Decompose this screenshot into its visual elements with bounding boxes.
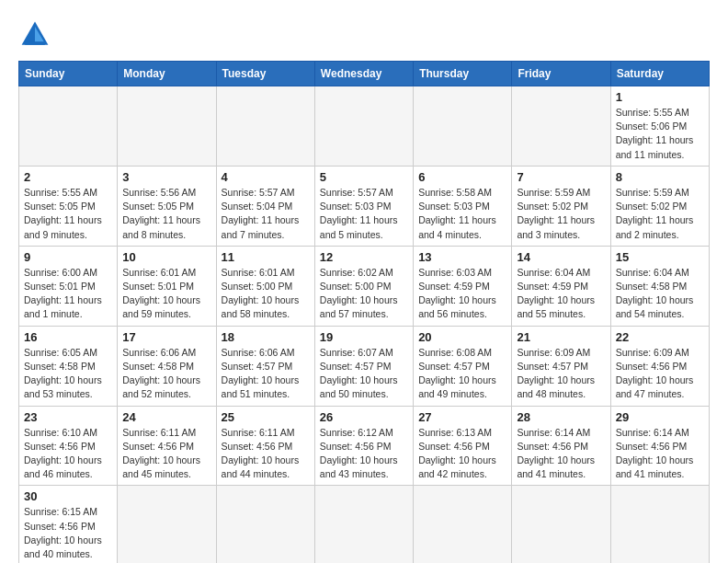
day-info: Sunrise: 5:57 AM Sunset: 5:03 PM Dayligh… xyxy=(320,186,408,242)
day-number: 20 xyxy=(418,330,506,344)
day-number: 12 xyxy=(320,250,408,264)
day-number: 4 xyxy=(222,170,310,184)
calendar-cell: 5Sunrise: 5:57 AM Sunset: 5:03 PM Daylig… xyxy=(314,166,413,246)
calendar-cell: 11Sunrise: 6:01 AM Sunset: 5:00 PM Dayli… xyxy=(216,246,314,326)
day-number: 6 xyxy=(418,170,506,184)
calendar-cell: 13Sunrise: 6:03 AM Sunset: 4:59 PM Dayli… xyxy=(414,246,512,326)
day-info: Sunrise: 6:00 AM Sunset: 5:01 PM Dayligh… xyxy=(24,266,112,322)
day-number: 11 xyxy=(222,250,310,264)
calendar-cell: 1Sunrise: 5:55 AM Sunset: 5:06 PM Daylig… xyxy=(610,86,709,167)
day-number: 5 xyxy=(320,170,408,184)
calendar-cell: 23Sunrise: 6:10 AM Sunset: 4:56 PM Dayli… xyxy=(19,406,118,486)
calendar-cell: 26Sunrise: 6:12 AM Sunset: 4:56 PM Dayli… xyxy=(314,406,413,486)
calendar-cell xyxy=(512,486,610,563)
calendar-cell: 29Sunrise: 6:14 AM Sunset: 4:56 PM Dayli… xyxy=(610,406,709,486)
calendar-cell xyxy=(118,486,216,563)
page-header xyxy=(18,18,710,52)
day-info: Sunrise: 5:56 AM Sunset: 5:05 PM Dayligh… xyxy=(122,186,210,242)
calendar-cell: 7Sunrise: 5:59 AM Sunset: 5:02 PM Daylig… xyxy=(512,166,610,246)
calendar-week-row: 30Sunrise: 6:15 AM Sunset: 4:56 PM Dayli… xyxy=(19,486,710,563)
day-info: Sunrise: 6:04 AM Sunset: 4:59 PM Dayligh… xyxy=(517,266,605,322)
calendar-body: 1Sunrise: 5:55 AM Sunset: 5:06 PM Daylig… xyxy=(19,86,710,564)
day-info: Sunrise: 6:10 AM Sunset: 4:56 PM Dayligh… xyxy=(24,426,112,482)
day-info: Sunrise: 6:12 AM Sunset: 4:56 PM Dayligh… xyxy=(320,426,408,482)
svg-rect-2 xyxy=(25,41,45,45)
day-number: 19 xyxy=(320,330,408,344)
calendar-cell xyxy=(118,86,216,167)
calendar-cell: 15Sunrise: 6:04 AM Sunset: 4:58 PM Dayli… xyxy=(610,246,709,326)
day-number: 3 xyxy=(122,170,210,184)
calendar-cell xyxy=(610,486,709,563)
day-info: Sunrise: 5:59 AM Sunset: 5:02 PM Dayligh… xyxy=(517,186,605,242)
day-info: Sunrise: 6:03 AM Sunset: 4:59 PM Dayligh… xyxy=(418,266,506,322)
calendar-cell: 21Sunrise: 6:09 AM Sunset: 4:57 PM Dayli… xyxy=(512,326,610,406)
day-info: Sunrise: 6:04 AM Sunset: 4:58 PM Dayligh… xyxy=(616,266,704,322)
calendar-header: SundayMondayTuesdayWednesdayThursdayFrid… xyxy=(19,62,710,86)
weekday-header-saturday: Saturday xyxy=(610,62,709,86)
calendar-cell: 16Sunrise: 6:05 AM Sunset: 4:58 PM Dayli… xyxy=(19,326,118,406)
day-number: 15 xyxy=(616,250,704,264)
day-number: 21 xyxy=(517,330,605,344)
weekday-header-monday: Monday xyxy=(118,62,216,86)
day-info: Sunrise: 5:55 AM Sunset: 5:05 PM Dayligh… xyxy=(24,186,112,242)
calendar-cell xyxy=(314,486,413,563)
day-info: Sunrise: 6:14 AM Sunset: 4:56 PM Dayligh… xyxy=(517,426,605,482)
calendar-cell: 4Sunrise: 5:57 AM Sunset: 5:04 PM Daylig… xyxy=(216,166,314,246)
calendar-week-row: 2Sunrise: 5:55 AM Sunset: 5:05 PM Daylig… xyxy=(19,166,710,246)
calendar-cell xyxy=(314,86,413,167)
day-info: Sunrise: 6:05 AM Sunset: 4:58 PM Dayligh… xyxy=(24,346,112,402)
calendar-cell xyxy=(414,486,512,563)
day-number: 30 xyxy=(24,489,112,503)
day-number: 16 xyxy=(24,330,112,344)
day-number: 23 xyxy=(24,410,112,424)
calendar-cell: 8Sunrise: 5:59 AM Sunset: 5:02 PM Daylig… xyxy=(610,166,709,246)
calendar-cell xyxy=(512,86,610,167)
day-number: 1 xyxy=(616,90,704,104)
day-info: Sunrise: 6:01 AM Sunset: 5:00 PM Dayligh… xyxy=(222,266,310,322)
calendar-cell: 12Sunrise: 6:02 AM Sunset: 5:00 PM Dayli… xyxy=(314,246,413,326)
weekday-header-thursday: Thursday xyxy=(414,62,512,86)
weekday-header-tuesday: Tuesday xyxy=(216,62,314,86)
day-info: Sunrise: 6:09 AM Sunset: 4:56 PM Dayligh… xyxy=(616,346,704,402)
day-info: Sunrise: 6:08 AM Sunset: 4:57 PM Dayligh… xyxy=(418,346,506,402)
calendar-cell: 2Sunrise: 5:55 AM Sunset: 5:05 PM Daylig… xyxy=(19,166,118,246)
day-number: 22 xyxy=(616,330,704,344)
calendar-cell: 9Sunrise: 6:00 AM Sunset: 5:01 PM Daylig… xyxy=(19,246,118,326)
calendar-cell xyxy=(216,486,314,563)
weekday-header-wednesday: Wednesday xyxy=(314,62,413,86)
calendar-cell xyxy=(414,86,512,167)
calendar-week-row: 1Sunrise: 5:55 AM Sunset: 5:06 PM Daylig… xyxy=(19,86,710,167)
day-info: Sunrise: 6:14 AM Sunset: 4:56 PM Dayligh… xyxy=(616,426,704,482)
calendar-cell: 28Sunrise: 6:14 AM Sunset: 4:56 PM Dayli… xyxy=(512,406,610,486)
calendar-cell: 3Sunrise: 5:56 AM Sunset: 5:05 PM Daylig… xyxy=(118,166,216,246)
day-info: Sunrise: 6:11 AM Sunset: 4:56 PM Dayligh… xyxy=(222,426,310,482)
day-number: 29 xyxy=(616,410,704,424)
calendar-cell: 18Sunrise: 6:06 AM Sunset: 4:57 PM Dayli… xyxy=(216,326,314,406)
calendar-cell: 10Sunrise: 6:01 AM Sunset: 5:01 PM Dayli… xyxy=(118,246,216,326)
calendar-cell: 6Sunrise: 5:58 AM Sunset: 5:03 PM Daylig… xyxy=(414,166,512,246)
day-info: Sunrise: 5:58 AM Sunset: 5:03 PM Dayligh… xyxy=(418,186,506,242)
day-number: 9 xyxy=(24,250,112,264)
calendar-cell: 14Sunrise: 6:04 AM Sunset: 4:59 PM Dayli… xyxy=(512,246,610,326)
day-info: Sunrise: 6:06 AM Sunset: 4:57 PM Dayligh… xyxy=(222,346,310,402)
calendar-cell: 27Sunrise: 6:13 AM Sunset: 4:56 PM Dayli… xyxy=(414,406,512,486)
day-info: Sunrise: 6:07 AM Sunset: 4:57 PM Dayligh… xyxy=(320,346,408,402)
day-info: Sunrise: 6:06 AM Sunset: 4:58 PM Dayligh… xyxy=(122,346,210,402)
weekday-header-sunday: Sunday xyxy=(19,62,118,86)
calendar-week-row: 23Sunrise: 6:10 AM Sunset: 4:56 PM Dayli… xyxy=(19,406,710,486)
calendar-cell: 17Sunrise: 6:06 AM Sunset: 4:58 PM Dayli… xyxy=(118,326,216,406)
day-info: Sunrise: 6:15 AM Sunset: 4:56 PM Dayligh… xyxy=(24,505,112,561)
calendar-week-row: 9Sunrise: 6:00 AM Sunset: 5:01 PM Daylig… xyxy=(19,246,710,326)
day-info: Sunrise: 6:02 AM Sunset: 5:00 PM Dayligh… xyxy=(320,266,408,322)
day-info: Sunrise: 5:59 AM Sunset: 5:02 PM Dayligh… xyxy=(616,186,704,242)
day-number: 17 xyxy=(122,330,210,344)
day-number: 14 xyxy=(517,250,605,264)
logo xyxy=(18,18,57,52)
calendar-table: SundayMondayTuesdayWednesdayThursdayFrid… xyxy=(18,61,710,563)
day-info: Sunrise: 6:11 AM Sunset: 4:56 PM Dayligh… xyxy=(122,426,210,482)
calendar-cell: 20Sunrise: 6:08 AM Sunset: 4:57 PM Dayli… xyxy=(414,326,512,406)
day-number: 18 xyxy=(222,330,310,344)
day-number: 7 xyxy=(517,170,605,184)
calendar-week-row: 16Sunrise: 6:05 AM Sunset: 4:58 PM Dayli… xyxy=(19,326,710,406)
day-info: Sunrise: 6:13 AM Sunset: 4:56 PM Dayligh… xyxy=(418,426,506,482)
